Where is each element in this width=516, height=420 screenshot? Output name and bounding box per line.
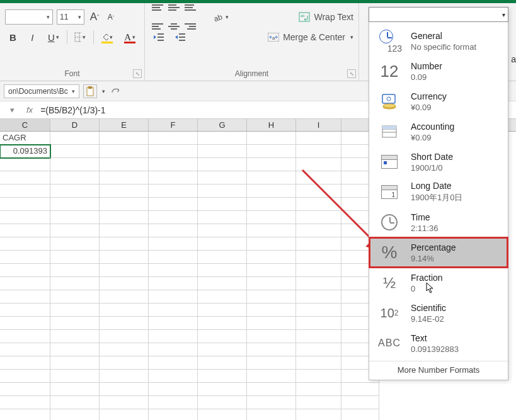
cell[interactable] — [50, 264, 100, 277]
cell[interactable] — [296, 158, 341, 171]
cell[interactable] — [149, 317, 198, 330]
cell[interactable] — [149, 132, 198, 145]
cell[interactable] — [247, 343, 296, 356]
cell[interactable] — [247, 145, 296, 158]
cell[interactable] — [149, 370, 198, 383]
cell[interactable] — [149, 330, 198, 343]
cell[interactable] — [100, 198, 149, 211]
cell[interactable] — [149, 237, 198, 251]
cell[interactable] — [247, 304, 296, 317]
cell[interactable] — [198, 304, 247, 317]
formula-input[interactable]: =(B5/B2)^(1/3)-1 — [40, 105, 105, 115]
cell[interactable] — [149, 264, 198, 277]
cell[interactable] — [247, 211, 296, 224]
cell[interactable] — [247, 396, 296, 409]
cell[interactable] — [198, 198, 247, 211]
cell[interactable] — [100, 370, 149, 383]
cell[interactable] — [0, 224, 50, 237]
orientation-button[interactable]: ab▾ — [212, 10, 229, 24]
cell[interactable] — [100, 251, 149, 264]
cell[interactable] — [149, 304, 198, 317]
cell[interactable] — [296, 343, 341, 356]
cell-c2-active[interactable]: 0.091393 — [0, 145, 50, 158]
cell[interactable] — [50, 330, 100, 343]
cell[interactable] — [100, 343, 149, 356]
cell[interactable] — [100, 224, 149, 237]
cell[interactable] — [247, 198, 296, 211]
cell[interactable] — [296, 396, 341, 409]
cell[interactable] — [296, 383, 341, 396]
cell[interactable] — [100, 132, 149, 145]
cell[interactable] — [50, 343, 100, 356]
cell[interactable] — [149, 145, 198, 158]
cell[interactable] — [296, 211, 341, 224]
cell[interactable] — [149, 277, 198, 290]
font-name-select[interactable]: ▾ — [5, 9, 53, 25]
cell[interactable] — [100, 145, 149, 158]
cell[interactable] — [149, 409, 198, 420]
col-header-h[interactable]: H — [247, 119, 296, 131]
cell[interactable] — [296, 251, 341, 264]
cell[interactable] — [198, 383, 247, 396]
fill-color-button[interactable]: ▾ — [98, 28, 117, 46]
cell[interactable] — [149, 171, 198, 184]
format-accounting[interactable]: Accounting¥0.09 — [369, 116, 508, 147]
cell[interactable] — [50, 396, 100, 409]
cell[interactable] — [100, 277, 149, 290]
cell[interactable] — [149, 251, 198, 264]
cell[interactable] — [198, 264, 247, 277]
redo-button[interactable] — [109, 84, 123, 98]
cell[interactable] — [149, 158, 198, 171]
cell[interactable] — [50, 184, 100, 198]
alignment-dialog-launcher[interactable]: ⤡ — [347, 69, 356, 78]
cell[interactable] — [50, 211, 100, 224]
cell[interactable] — [198, 132, 247, 145]
cell[interactable] — [198, 330, 247, 343]
cell[interactable] — [50, 317, 100, 330]
cell[interactable] — [296, 409, 341, 420]
cell[interactable] — [198, 224, 247, 237]
cell[interactable] — [198, 237, 247, 251]
cell[interactable] — [0, 330, 50, 343]
cell[interactable] — [149, 383, 198, 396]
cell[interactable] — [247, 264, 296, 277]
cell[interactable] — [50, 224, 100, 237]
cell[interactable] — [0, 198, 50, 211]
fx-label[interactable]: fx — [26, 105, 33, 115]
cell[interactable] — [0, 409, 50, 420]
cell[interactable] — [0, 356, 50, 370]
decrease-indent-button[interactable] — [150, 30, 168, 44]
cell[interactable] — [100, 330, 149, 343]
number-format-select[interactable]: ▾ — [369, 7, 508, 22]
cell[interactable] — [149, 198, 198, 211]
cell[interactable] — [149, 211, 198, 224]
cell[interactable] — [296, 317, 341, 330]
cell[interactable] — [100, 171, 149, 184]
cell[interactable] — [50, 158, 100, 171]
cell[interactable] — [0, 158, 50, 171]
cell[interactable] — [198, 343, 247, 356]
cell[interactable] — [0, 237, 50, 251]
cell[interactable] — [198, 290, 247, 304]
cell[interactable] — [247, 158, 296, 171]
clipboard-button[interactable] — [83, 84, 97, 98]
cell[interactable] — [100, 211, 149, 224]
cell[interactable] — [341, 396, 379, 409]
cell[interactable] — [100, 409, 149, 420]
cell[interactable] — [149, 356, 198, 370]
more-number-formats[interactable]: More Number Formats — [369, 361, 508, 380]
cell[interactable] — [198, 370, 247, 383]
cell[interactable] — [296, 277, 341, 290]
cell[interactable] — [198, 409, 247, 420]
col-header-e[interactable]: E — [100, 119, 149, 131]
col-header-c[interactable]: C — [0, 119, 50, 131]
increase-font-size-button[interactable]: Aˆ — [88, 10, 101, 24]
cell[interactable] — [0, 396, 50, 409]
format-general[interactable]: 123 GeneralNo specific format — [369, 26, 508, 56]
cell[interactable] — [247, 383, 296, 396]
format-currency[interactable]: Currency¥0.09 — [369, 86, 508, 116]
cell[interactable] — [50, 356, 100, 370]
cell[interactable] — [198, 317, 247, 330]
file-path-field[interactable]: on\Documents\Bc▾ — [4, 84, 79, 98]
cell[interactable] — [100, 184, 149, 198]
